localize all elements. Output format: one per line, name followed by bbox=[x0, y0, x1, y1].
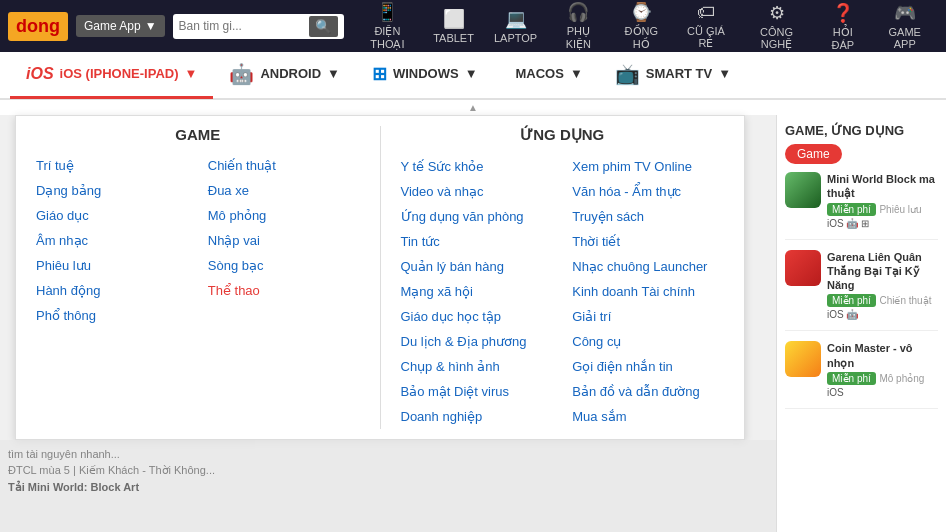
menu-item-amnhac[interactable]: Âm nhạc bbox=[36, 228, 188, 253]
phone-icon: 📱 bbox=[362, 1, 414, 23]
sidebar-thumb-garena bbox=[785, 250, 821, 286]
sidebar-name-miniworld: Mini World Block ma thuật bbox=[827, 172, 938, 201]
sidebar-item-miniworld: Mini World Block ma thuật Miễn phí Phiêu… bbox=[785, 172, 938, 240]
sidebar-name-coinmaster: Coin Master - vô nhọn bbox=[827, 341, 938, 370]
menu-item-chuphinhanh[interactable]: Chụp & hình ảnh bbox=[401, 354, 553, 379]
chevron-up-area: ▲ bbox=[0, 100, 946, 115]
tablet-icon: ⬜ bbox=[433, 8, 474, 30]
gear-icon: ⚙ bbox=[749, 2, 804, 24]
menu-item-ungdungvanphong[interactable]: Ứng dụng văn phòng bbox=[401, 204, 553, 229]
dropdown-menu: GAME Trí tuệ Dạng bảng Giáo dục Âm nhạc … bbox=[15, 115, 745, 440]
bg-text-2: ĐTCL mùa 5 | Kiếm Khách - Thời Không... bbox=[8, 464, 768, 477]
nav-item-tablet[interactable]: ⬜ TABLET bbox=[423, 8, 484, 44]
menu-item-nhacchuong[interactable]: Nhạc chuông Launcher bbox=[572, 254, 724, 279]
bg-text-3: Tải Mini World: Block Art bbox=[8, 481, 768, 494]
game-columns: Trí tuệ Dạng bảng Giáo dục Âm nhạc Phiêu… bbox=[36, 153, 360, 328]
watch-icon: ⌚ bbox=[619, 1, 663, 23]
sidebar-badge-miniworld: Miễn phí bbox=[827, 203, 876, 216]
menu-item-phothong[interactable]: Phổ thông bbox=[36, 303, 188, 328]
sidebar-cat-coinmaster: Mô phỏng bbox=[879, 373, 924, 384]
chevron-down-icon: ▼ bbox=[145, 19, 157, 33]
menu-item-congcu[interactable]: Công cụ bbox=[572, 329, 724, 354]
tag-icon: 🏷 bbox=[683, 2, 729, 23]
menu-item-quanlybanhang[interactable]: Quản lý bán hàng bbox=[401, 254, 553, 279]
ios-icon: iOS bbox=[26, 65, 54, 83]
nav-item-donghо[interactable]: ⌚ ĐỒNG HỒ bbox=[609, 1, 673, 51]
menu-item-hanhdong[interactable]: Hành động bbox=[36, 278, 188, 303]
menu-item-vanhoa[interactable]: Văn hóa - Ẩm thực bbox=[572, 179, 724, 204]
nav-item-cugiare[interactable]: 🏷 CŨ GIÁ RẺ bbox=[673, 2, 739, 50]
menu-item-tritue[interactable]: Trí tuệ bbox=[36, 153, 188, 178]
menu-item-thethao[interactable]: Thể thao bbox=[208, 278, 360, 303]
menu-item-doanhnghiep[interactable]: Doanh nghiệp bbox=[401, 404, 553, 429]
game-section: GAME Trí tuệ Dạng bảng Giáo dục Âm nhạc … bbox=[16, 116, 380, 439]
nav-item-congnghe[interactable]: ⚙ CÔNG NGHỆ bbox=[739, 2, 814, 51]
search-input[interactable] bbox=[179, 19, 309, 33]
game-app-label: Game App bbox=[84, 19, 141, 33]
menu-item-baomatdietvirus[interactable]: Bảo mật Diệt virus bbox=[401, 379, 553, 404]
menu-item-ytesuckhoe[interactable]: Y tế Sức khỏe bbox=[401, 154, 553, 179]
windows-icon: ⊞ bbox=[372, 63, 387, 85]
menu-item-kinhdoanh[interactable]: Kinh doanh Tài chính bbox=[572, 279, 724, 304]
chevron-down-icon: ▼ bbox=[465, 66, 478, 81]
tab-android[interactable]: 🤖 ANDROID ▼ bbox=[213, 51, 356, 99]
sidebar-info-miniworld: Mini World Block ma thuật Miễn phí Phiêu… bbox=[827, 172, 938, 229]
tab-windows[interactable]: ⊞ WINDOWS ▼ bbox=[356, 51, 494, 99]
nav-item-dienthoai[interactable]: 📱 ĐIỆN THOẠI bbox=[352, 1, 424, 51]
top-navigation: dong Game App ▼ 🔍 📱 ĐIỆN THOẠI ⬜ TABLET … bbox=[0, 0, 946, 52]
sidebar-tab-game[interactable]: Game bbox=[785, 144, 842, 164]
android-icon: 🤖 bbox=[229, 62, 254, 86]
nav-item-gameapp[interactable]: 🎮 GAME APP bbox=[871, 2, 938, 50]
app-col-2: Xem phim TV Online Văn hóa - Ẩm thực Tru… bbox=[572, 154, 724, 429]
menu-item-videovanhac[interactable]: Video và nhạc bbox=[401, 179, 553, 204]
menu-item-giaoduchoctap[interactable]: Giáo dục học tập bbox=[401, 304, 553, 329]
menu-item-giaitri[interactable]: Giải trí bbox=[572, 304, 724, 329]
menu-item-songbac[interactable]: Sòng bạc bbox=[208, 253, 360, 278]
app-col-1: Y tế Sức khỏe Video và nhạc Ứng dụng văn… bbox=[401, 154, 553, 429]
right-sidebar: GAME, ỨNG DỤNG Game Mini World Block ma … bbox=[776, 115, 946, 532]
menu-item-tintuc[interactable]: Tin tức bbox=[401, 229, 553, 254]
menu-item-nhapvai[interactable]: Nhập vai bbox=[208, 228, 360, 253]
menu-item-dulich[interactable]: Du lịch & Địa phương bbox=[401, 329, 553, 354]
sidebar-badge-garena: Miễn phí bbox=[827, 294, 876, 307]
app-section-title: ỨNG DỤNG bbox=[401, 126, 725, 144]
menu-item-truyensach[interactable]: Truyện sách bbox=[572, 204, 724, 229]
tab-macos[interactable]: MACOS ▼ bbox=[494, 51, 599, 99]
tab-ios[interactable]: iOS iOS (IPHONE-IPAD) ▼ bbox=[10, 51, 213, 99]
menu-item-muasam[interactable]: Mua sắm bbox=[572, 404, 724, 429]
game-col-2: Chiến thuật Đua xe Mô phỏng Nhập vai Sòn… bbox=[208, 153, 360, 328]
menu-item-giaoduc[interactable]: Giáo dục bbox=[36, 203, 188, 228]
sidebar-badge-coinmaster: Miễn phí bbox=[827, 372, 876, 385]
nav-item-laptop[interactable]: 💻 LAPTOP bbox=[484, 8, 547, 44]
sidebar-title: GAME, ỨNG DỤNG bbox=[785, 123, 938, 138]
tab-smarttv[interactable]: 📺 SMART TV ▼ bbox=[599, 51, 747, 99]
sidebar-platforms-miniworld: iOS 🤖 ⊞ bbox=[827, 218, 938, 229]
menu-item-phieuluu[interactable]: Phiêu lưu bbox=[36, 253, 188, 278]
chevron-down-icon: ▼ bbox=[718, 66, 731, 81]
menu-item-mangxahoi[interactable]: Mạng xã hội bbox=[401, 279, 553, 304]
menu-item-duaxe[interactable]: Đua xe bbox=[208, 178, 360, 203]
nav-item-phukien[interactable]: 🎧 PHỤ KIỆN bbox=[547, 1, 609, 51]
nav-item-hoidap[interactable]: ❓ HỎI ĐÁP bbox=[814, 2, 871, 51]
content-wrapper: GAME Trí tuệ Dạng bảng Giáo dục Âm nhạc … bbox=[0, 115, 946, 532]
sidebar-cat-miniworld: Phiêu lưu bbox=[879, 204, 921, 215]
tv-icon: 📺 bbox=[615, 62, 640, 86]
menu-item-thoitiet[interactable]: Thời tiết bbox=[572, 229, 724, 254]
laptop-icon: 💻 bbox=[494, 8, 537, 30]
sidebar-name-garena: Garena Liên Quân Thắng Bại Tại Kỹ Năng bbox=[827, 250, 938, 293]
sidebar-item-garena: Garena Liên Quân Thắng Bại Tại Kỹ Năng M… bbox=[785, 250, 938, 332]
game-app-button[interactable]: Game App ▼ bbox=[76, 15, 165, 37]
gamepad-icon: 🎮 bbox=[881, 2, 928, 24]
game-section-title: GAME bbox=[36, 126, 360, 143]
menu-item-bandо[interactable]: Bản đồ và dẫn đường bbox=[572, 379, 724, 404]
nav-categories: 📱 ĐIỆN THOẠI ⬜ TABLET 💻 LAPTOP 🎧 PHỤ KIỆ… bbox=[352, 1, 938, 51]
menu-item-dangbang[interactable]: Dạng bảng bbox=[36, 178, 188, 203]
menu-item-xemphim[interactable]: Xem phim TV Online bbox=[572, 154, 724, 179]
menu-item-chienthuat[interactable]: Chiến thuật bbox=[208, 153, 360, 178]
search-button[interactable]: 🔍 bbox=[309, 16, 338, 37]
menu-item-goidien[interactable]: Gọi điện nhắn tin bbox=[572, 354, 724, 379]
sidebar-info-coinmaster: Coin Master - vô nhọn Miễn phí Mô phỏng … bbox=[827, 341, 938, 398]
sidebar-info-garena: Garena Liên Quân Thắng Bại Tại Kỹ Năng M… bbox=[827, 250, 938, 321]
menu-item-mophong[interactable]: Mô phỏng bbox=[208, 203, 360, 228]
headphone-icon: 🎧 bbox=[557, 1, 599, 23]
